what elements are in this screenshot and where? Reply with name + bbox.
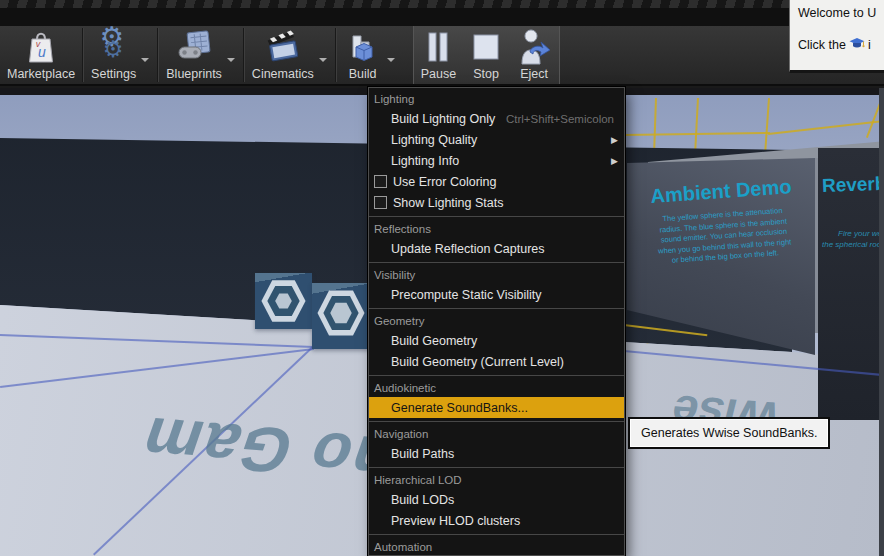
- graduation-cap-icon: [849, 37, 865, 53]
- menu-item-update-reflection-captures[interactable]: Update Reflection Captures: [369, 238, 624, 259]
- menu-section-header-hierarchical-lod: Hierarchical LOD: [369, 471, 624, 489]
- toolbar-button-content: Eject: [516, 28, 552, 81]
- toolbar-button-label: Cinematics: [252, 67, 314, 81]
- gears-icon: ⚙⚙: [96, 28, 132, 66]
- menu-item-preview-hlod-clusters[interactable]: Preview HLOD clusters: [369, 510, 624, 531]
- toolbar-button-stop[interactable]: Stop: [463, 26, 509, 84]
- menu-item-label: Lighting Info: [391, 154, 459, 168]
- notification-panel[interactable]: Welcome to U Click the i: [789, 0, 884, 73]
- eject-person-icon: [516, 28, 552, 66]
- menu-item-label: Lighting Quality: [391, 133, 477, 147]
- menu-item-shortcut: Ctrl+Shift+Semicolon: [506, 113, 624, 125]
- submenu-arrow-icon: ▶: [611, 135, 624, 145]
- toolbar-button-content: Build: [344, 28, 382, 81]
- menu-item-show-lighting-stats[interactable]: Show Lighting Stats: [369, 192, 624, 213]
- menu-section-header-navigation: Navigation: [369, 425, 624, 443]
- menu-item-use-error-coloring[interactable]: Use Error Coloring: [369, 171, 624, 192]
- dropdown-arrow-icon[interactable]: [387, 58, 395, 66]
- menu-item-label: Generate SoundBanks...: [391, 401, 528, 415]
- notification-text-prefix: Click the: [798, 38, 846, 52]
- menu-item-build-lods[interactable]: Build LODs: [369, 489, 624, 510]
- ambient-demo-description: The yellow sphere is the attenuationradi…: [639, 204, 808, 268]
- checkbox-icon[interactable]: [374, 175, 387, 188]
- menu-item-label: Build Geometry (Current Level): [391, 355, 564, 369]
- menu-item-label: Build Paths: [391, 447, 454, 461]
- menu-item-lighting-quality[interactable]: Lighting Quality▶: [369, 129, 624, 150]
- toolbar-button-content: Pause: [421, 28, 456, 81]
- hex-crate: [255, 273, 312, 329]
- menu-item-generate-soundbanks[interactable]: Generate SoundBanks...: [369, 397, 624, 418]
- menu-item-build-geometry-current-level[interactable]: Build Geometry (Current Level): [369, 351, 624, 372]
- reverb-description-line: Fire your wea: [822, 228, 884, 239]
- menu-item-build-paths[interactable]: Build Paths: [369, 443, 624, 464]
- reverb-description-line: the spherical room: [822, 239, 884, 250]
- toolbar-button-label: Blueprints: [166, 67, 222, 81]
- toolbar-button-group: uvMarketplace⚙⚙SettingsBlueprintsCinemat…: [0, 26, 403, 84]
- menu-section-header-automation: Automation: [369, 538, 624, 556]
- clapperboard-icon: [263, 28, 303, 66]
- toolbar-button-label: Eject: [520, 67, 548, 81]
- notification-text-suffix: i: [868, 38, 871, 52]
- menu-item-build-geometry[interactable]: Build Geometry: [369, 330, 624, 351]
- main-toolbar: uvMarketplace⚙⚙SettingsBlueprintsCinemat…: [0, 26, 884, 86]
- tooltip: Generates Wwise SoundBanks.: [628, 417, 830, 449]
- checkbox-icon[interactable]: [374, 196, 387, 209]
- menu-section-header-audiokinetic: Audiokinetic: [369, 379, 624, 397]
- menu-item-precompute-static-visibility[interactable]: Precompute Static Visibility: [369, 284, 624, 305]
- stop-icon: [470, 28, 502, 66]
- toolbar-button-blueprints[interactable]: Blueprints: [159, 26, 243, 84]
- reverb-sign: Reverb Fire your weathe spherical room: [818, 148, 884, 420]
- menu-separator: [369, 262, 624, 263]
- menu-item-label: Show Lighting Stats: [393, 196, 504, 210]
- menu-section-header-geometry: Geometry: [369, 312, 624, 330]
- toolbar-button-content: Stop: [470, 28, 502, 81]
- unreal-editor-window: uvMarketplace⚙⚙SettingsBlueprintsCinemat…: [0, 0, 884, 556]
- svg-text:v: v: [36, 39, 41, 49]
- dropdown-arrow-icon[interactable]: [227, 58, 235, 66]
- submenu-arrow-icon: ▶: [611, 156, 624, 166]
- toolbar-button-pause[interactable]: Pause: [414, 26, 463, 84]
- menu-item-label: Build LODs: [391, 493, 454, 507]
- blueprints-gamepad-icon: [175, 28, 213, 66]
- toolbar-button-cinematics[interactable]: Cinematics: [245, 26, 335, 84]
- window-tab-strip: [0, 0, 884, 8]
- play-session-controls: PauseStopEject: [413, 26, 560, 84]
- shopping-bag-icon: uv: [26, 28, 56, 66]
- reverb-title: Reverb: [818, 173, 884, 197]
- menu-separator: [369, 467, 624, 468]
- ambient-demo-title: Ambient Demo: [626, 173, 815, 209]
- toolbar-button-eject[interactable]: Eject: [509, 26, 559, 84]
- toolbar-button-content: uvMarketplace: [7, 28, 75, 81]
- menu-separator: [369, 216, 624, 217]
- menu-item-build-lighting-only[interactable]: Build Lighting OnlyCtrl+Shift+Semicolon: [369, 108, 624, 129]
- menu-section-header-visibility: Visibility: [369, 266, 624, 284]
- menu-section-header-lighting: Lighting: [369, 90, 624, 108]
- dropdown-arrow-icon[interactable]: [141, 58, 149, 66]
- toolbar-button-label: Settings: [91, 67, 136, 81]
- menu-item-lighting-info[interactable]: Lighting Info▶: [369, 150, 624, 171]
- toolbar-button-content: ⚙⚙Settings: [91, 28, 136, 81]
- menu-separator: [369, 308, 624, 309]
- toolbar-button-content: Cinematics: [252, 28, 314, 81]
- toolbar-button-label: Marketplace: [7, 67, 75, 81]
- menu-item-label: Build Lighting Only: [391, 112, 495, 126]
- dropdown-arrow-icon[interactable]: [319, 58, 327, 66]
- attenuation-wireframe-line: [764, 98, 770, 158]
- toolbar-button-label: Stop: [473, 67, 499, 81]
- toolbar-button-settings[interactable]: ⚙⚙Settings: [84, 26, 157, 84]
- build-blocks-icon: [344, 28, 382, 66]
- toolbar-button-content: Blueprints: [166, 28, 222, 81]
- toolbar-button-marketplace[interactable]: uvMarketplace: [0, 26, 82, 84]
- menu-item-label: Use Error Coloring: [393, 175, 497, 189]
- menu-item-label: Update Reflection Captures: [391, 242, 545, 256]
- menu-separator: [369, 421, 624, 422]
- menu-item-label: Precompute Static Visibility: [391, 288, 542, 302]
- pause-icon: [424, 28, 452, 66]
- toolbar-button-label: Pause: [421, 67, 456, 81]
- toolbar-button-build[interactable]: Build: [337, 26, 403, 84]
- hex-crate: [312, 283, 370, 349]
- menu-section-header-reflections: Reflections: [369, 220, 624, 238]
- notification-body: Click the i: [798, 37, 884, 53]
- toolbar-button-label: Build: [349, 67, 377, 81]
- viewport-right-edge: [879, 88, 884, 556]
